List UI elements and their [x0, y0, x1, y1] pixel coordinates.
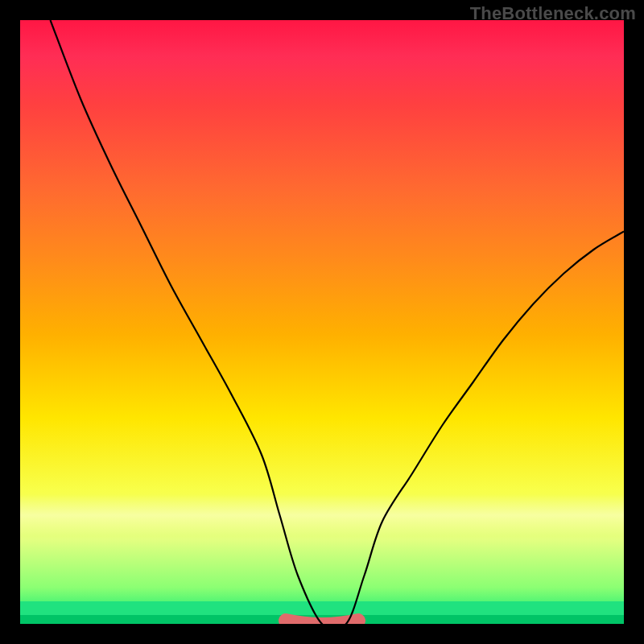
bottleneck-curve [51, 20, 625, 624]
curve-layer [20, 20, 624, 624]
plot-area [20, 20, 624, 624]
chart-stage: TheBottleneck.com [0, 0, 644, 644]
